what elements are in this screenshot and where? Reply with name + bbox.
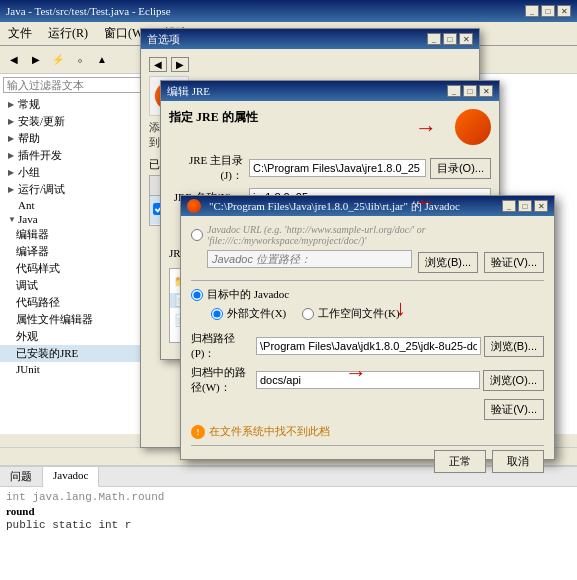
edit-jre-win-controls[interactable]: _ □ ✕	[447, 85, 493, 97]
sidebar-label-team: 小组	[18, 165, 40, 180]
archive-path-input[interactable]	[256, 337, 481, 355]
method-name: round	[6, 505, 35, 517]
javadoc-cancel-btn[interactable]: 取消	[492, 450, 544, 473]
sidebar-label-installed-jre: 已安装的JRE	[16, 346, 78, 361]
sidebar-item-team[interactable]: ▶ 小组	[0, 164, 154, 181]
toolbar-btn-4[interactable]: ⬦	[70, 50, 90, 70]
sidebar-label-plugin: 插件开发	[18, 148, 62, 163]
pref-minimize-btn[interactable]: _	[427, 33, 441, 45]
sidebar-label-ant: Ant	[18, 199, 35, 211]
javadoc-workspace-file-radio[interactable]	[302, 308, 314, 320]
javadoc-url-input[interactable]	[207, 250, 412, 268]
sidebar-item-java[interactable]: ▼ Java	[0, 212, 154, 226]
sidebar-item-editor[interactable]: 编辑器	[0, 226, 154, 243]
jre-home-input[interactable]	[249, 159, 426, 177]
tab-problems[interactable]: 问题	[0, 467, 43, 486]
toolbar-btn-5[interactable]: ▲	[92, 50, 112, 70]
javadoc-external-file-label: 外部文件(X)	[227, 306, 286, 321]
sidebar-label-editor: 编辑器	[16, 227, 49, 242]
editjre-minimize-btn[interactable]: _	[447, 85, 461, 97]
edit-jre-title: 编辑 JRE	[167, 84, 210, 99]
editjre-maximize-btn[interactable]: □	[463, 85, 477, 97]
sidebar-item-debug[interactable]: 调试	[0, 277, 154, 294]
archive-within-row: 归档中的路径(W)： 浏览(O)...	[191, 365, 544, 395]
toolbar-btn-2[interactable]: ▶	[26, 50, 46, 70]
sidebar-label-general: 常规	[18, 97, 40, 112]
javadoc-external-file-radio[interactable]	[211, 308, 223, 320]
javadoc-url-radio[interactable]	[191, 229, 203, 241]
editjre-close-btn[interactable]: ✕	[479, 85, 493, 97]
pref-back-btn[interactable]: ◀	[149, 57, 167, 72]
sidebar-label-java: Java	[18, 213, 38, 225]
javadoc-titlebar: "C:\Program Files\Java\jre1.8.0_25\lib\r…	[181, 196, 554, 216]
javadoc-dialog: "C:\Program Files\Java\jre1.8.0_25\lib\r…	[180, 195, 555, 460]
sidebar-item-appearance[interactable]: 外观	[0, 328, 154, 345]
javadoc-url-radio-row: Javadoc URL (e.g. 'http://www.sample-url…	[191, 224, 544, 246]
javadoc-close-btn[interactable]: ✕	[534, 200, 548, 212]
warning-text: 在文件系统中找不到此档	[209, 424, 330, 439]
toolbar-btn-1[interactable]: ◀	[4, 50, 24, 70]
javadoc-bottom-btns: 正常 取消	[191, 445, 544, 473]
sidebar-item-compiler[interactable]: 编译器	[0, 243, 154, 260]
javadoc-local-radio-label: 目标中的 Javadoc	[207, 287, 289, 302]
bottom-panel: 问题 Javadoc int java.lang.Math.round roun…	[0, 465, 577, 580]
javadoc-title-text: "C:\Program Files\Java\jre1.8.0_25\lib\r…	[209, 199, 460, 214]
pref-maximize-btn[interactable]: □	[443, 33, 457, 45]
sidebar-item-classpath[interactable]: 代码路径	[0, 294, 154, 311]
sidebar-label-propeditor: 属性文件编辑器	[16, 312, 93, 327]
menu-file[interactable]: 文件	[4, 24, 36, 43]
preferences-win-controls[interactable]: _ □ ✕	[427, 33, 473, 45]
sidebar-item-installed-jre[interactable]: 已安装的JRE	[0, 345, 154, 362]
pref-close-btn[interactable]: ✕	[459, 33, 473, 45]
jre-home-btn[interactable]: 目录(O)...	[430, 158, 491, 179]
close-btn[interactable]: ✕	[557, 5, 571, 17]
pref-forward-btn[interactable]: ▶	[171, 57, 189, 72]
menu-run[interactable]: 运行(R)	[44, 24, 92, 43]
preferences-tree: ▶ 常规 ▶ 安装/更新 ▶ 帮助 ▶ 插件开发 ▶ 小组 ▶ 运行/调试	[0, 74, 155, 434]
code-snippet: public static int r	[6, 519, 131, 531]
tab-javadoc[interactable]: Javadoc	[43, 467, 99, 487]
eclipse-win-controls[interactable]: _ □ ✕	[525, 5, 571, 17]
sidebar-item-junit[interactable]: JUnit	[0, 362, 154, 376]
javadoc-local-radio[interactable]	[191, 289, 203, 301]
sidebar-item-install[interactable]: ▶ 安装/更新	[0, 113, 154, 130]
toolbar-btn-3[interactable]: ⚡	[48, 50, 68, 70]
sidebar-label-classpath: 代码路径	[16, 295, 60, 310]
sidebar-item-general[interactable]: ▶ 常规	[0, 96, 154, 113]
minimize-btn[interactable]: _	[525, 5, 539, 17]
javadoc-maximize-btn[interactable]: □	[518, 200, 532, 212]
javadoc-minimize-btn[interactable]: _	[502, 200, 516, 212]
javadoc-url-validate-btn[interactable]: 验证(V)...	[484, 252, 544, 273]
archive-within-browse-btn[interactable]: 浏览(O)...	[483, 370, 544, 391]
sidebar-item-help[interactable]: ▶ 帮助	[0, 130, 154, 147]
preferences-titlebar: 首选项 _ □ ✕	[141, 29, 479, 49]
javadoc-local-radio-row: 目标中的 Javadoc	[191, 287, 544, 302]
sidebar-label-compiler: 编译器	[16, 244, 49, 259]
javadoc-ok-btn[interactable]: 正常	[434, 450, 486, 473]
archive-path-label: 归档路径(P)：	[191, 331, 256, 361]
maximize-btn[interactable]: □	[541, 5, 555, 17]
archive-path-browse-btn[interactable]: 浏览(B)...	[484, 336, 544, 357]
edit-jre-titlebar: 编辑 JRE _ □ ✕	[161, 81, 499, 101]
javadoc-win-controls[interactable]: _ □ ✕	[502, 200, 548, 212]
filter-input[interactable]	[3, 77, 151, 93]
javadoc-external-file-row: 外部文件(X)	[211, 306, 286, 321]
archive-path-row: 归档路径(P)： 浏览(B)...	[191, 331, 544, 361]
sidebar-item-plugin[interactable]: ▶ 插件开发	[0, 147, 154, 164]
sidebar-item-rundebug[interactable]: ▶ 运行/调试	[0, 181, 154, 198]
archive-within-input[interactable]	[256, 371, 480, 389]
archive-validate-btn[interactable]: 验证(V)...	[484, 399, 544, 420]
sidebar-item-codestyle[interactable]: 代码样式	[0, 260, 154, 277]
sidebar-label-install: 安装/更新	[18, 114, 65, 129]
javadoc-eclipse-icon	[187, 199, 201, 213]
edit-jre-icon	[455, 109, 491, 145]
jre-home-label: JRE 主目录(J)：	[169, 153, 249, 183]
javadoc-url-browse-btn[interactable]: 浏览(B)...	[418, 252, 478, 273]
sidebar-item-propeditor[interactable]: 属性文件编辑器	[0, 311, 154, 328]
javadoc-workspace-file-row: 工作空间文件(K)	[302, 306, 399, 321]
warning-row: ! 在文件系统中找不到此档	[191, 424, 544, 439]
sidebar-label-appearance: 外观	[16, 329, 38, 344]
sidebar-item-ant[interactable]: ▶ Ant	[0, 198, 154, 212]
javadoc-workspace-file-label: 工作空间文件(K)	[318, 306, 399, 321]
eclipse-titlebar: Java - Test/src/test/Test.java - Eclipse…	[0, 0, 577, 22]
